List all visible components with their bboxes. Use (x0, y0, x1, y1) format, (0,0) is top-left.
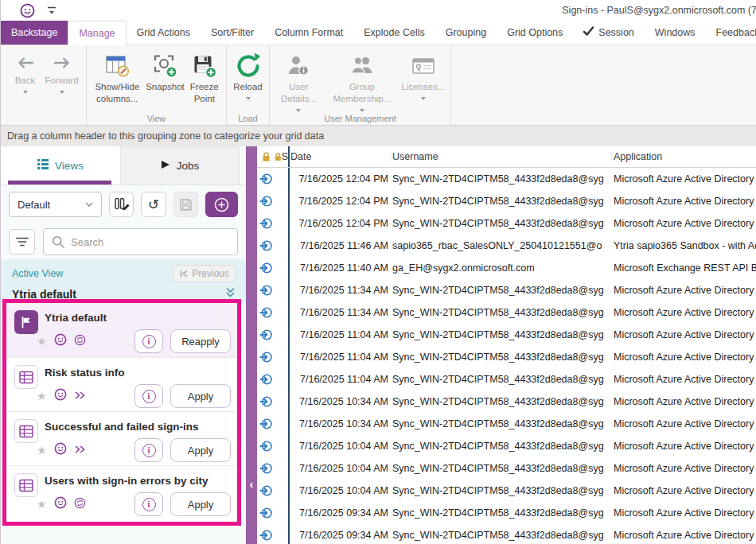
group-membership-button[interactable]: Group Membership... (325, 47, 399, 112)
table-row[interactable]: 7/16/2025 11:04 AMSync_WIN-2TD4CIPTM58_4… (257, 346, 756, 368)
sign-in-icon (257, 480, 275, 502)
username-column-header[interactable]: Username (391, 151, 612, 162)
user-details-button[interactable]: User Details... (273, 47, 325, 112)
filter-button[interactable] (9, 229, 35, 255)
star-icon[interactable]: ★ (37, 391, 47, 402)
table-row[interactable]: 7/16/2025 11:04 AMSync_WIN-2TD4CIPTM58_4… (257, 368, 756, 391)
apply-view-button[interactable]: Apply (170, 438, 231, 462)
tab-manage[interactable]: Manage (68, 21, 126, 45)
view-item[interactable]: Successful and failed sign-ins ★ i Apply (6, 411, 237, 465)
previous-view-button[interactable]: Previous (173, 265, 236, 282)
application-column-header[interactable]: Application (612, 151, 756, 162)
apply-view-button[interactable]: Apply (170, 492, 231, 516)
cell-username: ga_EH@sygx2.onmicrosoft.com (391, 262, 612, 274)
ribbon-tab-bar: Backstage Manage Grid Actions Sort/Filte… (1, 21, 756, 45)
view-title: Users with sign-in errors by city (45, 475, 231, 487)
tab-session[interactable]: Session (573, 21, 644, 45)
table-row[interactable]: 7/16/2025 11:46 AMsapio365_rbac_SalesONL… (257, 235, 756, 257)
dropdown-caret-icon[interactable] (296, 109, 301, 112)
apply-view-button[interactable]: Apply (170, 384, 231, 408)
tab-column-format[interactable]: Column Format (264, 21, 353, 45)
view-info-button[interactable]: i (134, 438, 163, 462)
table-row[interactable]: 7/16/2025 12:04 PMSync_WIN-2TD4CIPTM58_4… (257, 212, 756, 235)
star-icon[interactable]: ★ (37, 336, 47, 347)
cell-date: 7/16/2025 10:34 AM (290, 418, 391, 429)
table-row[interactable]: 7/16/2025 10:04 AMSync_WIN-2TD4CIPTM58_4… (257, 457, 756, 480)
preset-dropdown[interactable]: Default (9, 192, 102, 217)
user-management-group-label: User Management (270, 114, 450, 123)
view-info-button[interactable]: i (134, 492, 163, 516)
status-column-header[interactable]: S (275, 146, 290, 167)
load-group: Reload Load (227, 45, 270, 125)
window-title: Sign-ins - PaulS@sygx2.onmicrosoft.com (… (57, 5, 756, 16)
dropdown-caret-icon[interactable] (246, 97, 251, 100)
tab-windows[interactable]: Windows (645, 21, 706, 45)
tab-grid-actions[interactable]: Grid Actions (127, 21, 201, 45)
show-hide-columns-button[interactable]: Show/Hide columns... (90, 47, 145, 105)
date-column-header[interactable]: Date (290, 151, 391, 162)
view-info-button[interactable]: i (134, 329, 163, 353)
dropdown-caret-icon[interactable] (421, 97, 426, 100)
snapshot-button[interactable]: Snapshot (145, 47, 186, 93)
view-item[interactable]: Risk status info ★ i Apply (6, 357, 237, 411)
ytria-badge-icon (54, 442, 67, 458)
tab-sort-filter[interactable]: Sort/Filter (201, 21, 264, 45)
forward-button[interactable]: Forward (44, 47, 80, 94)
reload-button[interactable]: Reload (230, 47, 267, 100)
cell-application: Microsoft Azure Active Directory Co (612, 463, 756, 474)
tab-jobs[interactable]: Jobs (120, 146, 240, 185)
table-row[interactable]: 7/16/2025 11:04 AMSync_WIN-2TD4CIPTM58_4… (257, 324, 756, 346)
table-row[interactable]: 7/16/2025 10:04 AMSync_WIN-2TD4CIPTM58_4… (257, 435, 756, 457)
dropdown-caret-icon[interactable] (360, 109, 364, 112)
cell-application: Microsoft Azure Active Directory Co (612, 285, 756, 296)
back-button[interactable]: Back (7, 47, 44, 94)
grid-header[interactable]: S Date Username Application (257, 146, 756, 168)
tab-explode-cells[interactable]: Explode Cells (353, 21, 435, 45)
table-row[interactable]: 7/16/2025 09:34 AMSync_WIN-2TD4CIPTM58_4… (257, 502, 756, 524)
quick-access-menu-icon[interactable] (46, 5, 57, 16)
reapply-view-button[interactable]: Reapply (170, 329, 231, 353)
add-view-button[interactable] (205, 192, 238, 217)
grouping-zone[interactable]: Drag a column header to this grouping zo… (1, 126, 756, 146)
star-icon[interactable]: ★ (37, 499, 47, 510)
table-row[interactable]: 7/16/2025 09:34 AMSync_WIN-2TD4CIPTM58_4… (257, 524, 756, 544)
view-item[interactable]: Ytria default ★ i Reapply (6, 303, 237, 357)
table-row[interactable]: 7/16/2025 11:40 AMga_EH@sygx2.onmicrosof… (257, 257, 756, 279)
search-box[interactable] (43, 228, 238, 255)
table-row[interactable]: 7/16/2025 10:34 AMSync_WIN-2TD4CIPTM58_4… (257, 391, 756, 413)
reset-button[interactable]: ↺ (141, 192, 166, 217)
tab-grid-options[interactable]: Grid Options (497, 21, 573, 45)
tab-jobs-label: Jobs (177, 160, 200, 172)
collapse-panel-icon[interactable]: ‹ (246, 477, 257, 492)
save-view-button[interactable] (173, 192, 198, 217)
cell-date: 7/16/2025 12:04 PM (290, 196, 391, 207)
table-row[interactable]: 7/16/2025 10:04 AMSync_WIN-2TD4CIPTM58_4… (257, 480, 756, 502)
sign-in-icon (257, 391, 275, 413)
dropdown-caret-icon[interactable] (60, 91, 64, 94)
table-row[interactable]: 7/16/2025 11:34 AMSync_WIN-2TD4CIPTM58_4… (257, 279, 756, 301)
licenses-button[interactable]: Licenses... (399, 47, 447, 100)
table-row[interactable]: 7/16/2025 10:34 AMSync_WIN-2TD4CIPTM58_4… (257, 413, 756, 435)
panel-splitter[interactable]: ‹ (246, 146, 257, 544)
tab-grouping[interactable]: Grouping (435, 21, 497, 45)
search-input[interactable] (71, 236, 229, 248)
tab-session-label: Session (598, 21, 633, 45)
cell-application: Microsoft Azure Active Directory Co (612, 173, 756, 185)
tab-views[interactable]: Views (1, 146, 120, 185)
tab-feedback[interactable]: Feedback (706, 21, 756, 45)
view-item[interactable]: Users with sign-in errors by city ★ i Ap… (6, 465, 237, 519)
cell-date: 7/16/2025 09:34 AM (290, 507, 391, 519)
sign-in-icon (257, 257, 275, 279)
dropdown-caret-icon[interactable] (23, 91, 28, 94)
ytria-logo-icon[interactable] (20, 3, 35, 18)
star-icon[interactable]: ★ (37, 445, 47, 456)
cell-date: 7/16/2025 11:04 AM (290, 374, 391, 385)
table-row[interactable]: 7/16/2025 12:04 PMSync_WIN-2TD4CIPTM58_4… (257, 190, 756, 212)
table-row[interactable]: 7/16/2025 11:34 AMSync_WIN-2TD4CIPTM58_4… (257, 301, 756, 324)
edit-columns-button[interactable] (109, 192, 134, 217)
view-info-button[interactable]: i (134, 384, 163, 408)
cell-username: sapio365_rbac_SalesONLY_250410121551@o (391, 240, 612, 251)
table-row[interactable]: 7/16/2025 12:04 PMSync_WIN-2TD4CIPTM58_4… (257, 168, 756, 190)
freeze-point-button[interactable]: Freeze Point (186, 47, 224, 105)
tab-backstage[interactable]: Backstage (1, 21, 68, 45)
